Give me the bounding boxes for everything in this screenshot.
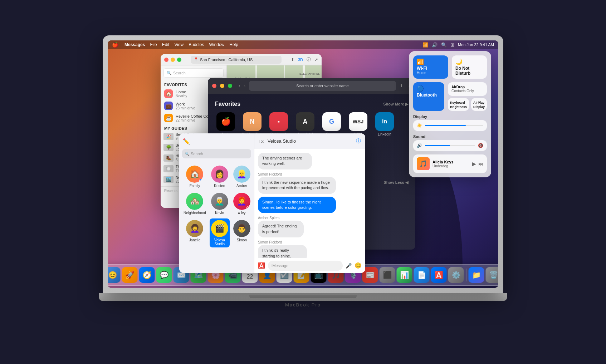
maps-expand-icon[interactable]: ⤢ xyxy=(314,57,318,62)
cc-dnd-tile[interactable]: 🌙 Do Not Disturb xyxy=(452,55,487,79)
messages-contact-kevin[interactable]: 👨‍🦳 Kevin xyxy=(210,191,230,216)
messages-bubble-4: Amber Spiers Agreed! The ending is perfe… xyxy=(258,216,319,237)
cc-wifi-icon: 📶 xyxy=(417,58,445,65)
menubar-window[interactable]: Window xyxy=(209,42,225,47)
safari-share-icon[interactable]: ⬆ xyxy=(400,83,403,88)
safari-show-less[interactable]: Show Less ◀ xyxy=(383,180,408,186)
messages-bubble-5: Simon Pickford I think it's really start… xyxy=(258,240,323,258)
cc-music-skip-icon[interactable]: ⏭ xyxy=(478,161,483,167)
maps-guide-hiking-thumb: 🥾 xyxy=(163,154,174,162)
maps-search-box[interactable]: 🔍 Search xyxy=(163,68,224,78)
dock-pages[interactable]: 📄 xyxy=(414,267,430,283)
messages-imessage-input[interactable]: iMessage xyxy=(268,261,343,271)
maps-guide-theone-thumb: 🍽️ xyxy=(163,165,174,172)
messages-avatar-family: 🏠 xyxy=(186,166,203,183)
safari-fav-apple-icon: 🍎 xyxy=(216,112,235,131)
control-center-panel: 📶 Wi-Fi Home 🌙 Do Not Disturb 🔵 Bluetoo xyxy=(409,51,491,177)
cc-airplay-tile[interactable]: AirPlay Display xyxy=(471,98,487,111)
messages-contact-janelle[interactable]: 👩‍🦱 Janelle xyxy=(182,218,207,247)
messages-contact-family[interactable]: 🏠 Family xyxy=(182,164,207,189)
menubar-search-icon[interactable]: 🔍 xyxy=(441,42,447,48)
safari-fav-linkedin[interactable]: in LinkedIn xyxy=(374,112,395,140)
menubar-buddies[interactable]: Buddies xyxy=(189,42,204,47)
menubar-view[interactable]: View xyxy=(174,42,184,47)
maps-minimize-button[interactable] xyxy=(171,58,175,62)
maps-share-icon[interactable]: ⬆ xyxy=(291,57,294,62)
macbook-hinge xyxy=(249,295,357,298)
safari-forward-icon[interactable]: › xyxy=(244,83,246,89)
dock-launchpad[interactable]: 🚀 xyxy=(122,267,138,283)
messages-compose-icon[interactable]: ✏️ xyxy=(183,138,190,145)
safari-fav-linkedin-icon: in xyxy=(375,112,394,131)
menubar-edit[interactable]: Edit xyxy=(162,42,170,47)
safari-show-more[interactable]: Show More ▶ xyxy=(383,102,408,107)
safari-favorites-header: Favorites Show More ▶ xyxy=(215,101,408,107)
cc-sound-label: Sound xyxy=(413,134,487,139)
maps-info-icon[interactable]: ⓘ xyxy=(307,56,311,63)
cc-airdrop-tile[interactable]: AirDrop Contacts Only xyxy=(448,82,487,96)
cc-wifi-subtitle: Home xyxy=(417,71,445,75)
dock-systemprefs[interactable]: ⚙️ xyxy=(448,267,464,283)
dock-sidecar[interactable]: ⬛ xyxy=(380,267,395,283)
cc-volume-slider[interactable] xyxy=(425,145,475,146)
cc-sound-slider-row: 🔊 🔇 xyxy=(413,140,487,151)
messages-contact-neighborhood[interactable]: 🏘️ Neighborhood xyxy=(182,191,207,216)
safari-fav-nnt-icon: N xyxy=(243,112,262,131)
cc-keyboard-tile[interactable]: Keyboard Brightness xyxy=(448,98,469,111)
messages-bubble-3: Simon, I'd like to finesse the night sce… xyxy=(258,197,362,213)
cc-bluetooth-row: 🔵 Bluetooth AirDrop Contacts Only Keyboa… xyxy=(413,82,487,111)
cc-bluetooth-icon: 🔵 xyxy=(417,85,441,92)
dock-finder[interactable]: 😊 xyxy=(108,267,121,283)
cc-music-song: Underdog xyxy=(432,164,469,168)
messages-sidebar: ✏️ 🔍 Search 🏠 xyxy=(179,133,254,273)
maps-3d-button[interactable]: 3D xyxy=(298,58,303,62)
cc-music-controls: ▶ ⏭ xyxy=(472,161,483,167)
messages-contact-amber[interactable]: 👱‍♀️ Amber xyxy=(232,164,252,189)
messages-info-icon[interactable]: ⓘ xyxy=(356,138,361,144)
messages-emoji-icon[interactable]: 😊 xyxy=(355,262,362,269)
dock-trash[interactable]: 🗑️ xyxy=(486,267,499,283)
cc-brightness-slider[interactable] xyxy=(425,125,483,126)
cc-airplay-label: AirPlay Display xyxy=(473,101,485,109)
messages-contact-velosa[interactable]: 🎬 Velosa Studio xyxy=(210,218,230,247)
messages-contact-ivy[interactable]: 👩‍🦰 ● Ivy xyxy=(232,191,252,216)
maps-coffee-icon: ☕ xyxy=(164,114,173,122)
cc-wifi-label: Wi-Fi xyxy=(417,66,445,71)
dock-appstore[interactable]: 🅰️ xyxy=(431,267,447,283)
dock-messages[interactable]: 💬 xyxy=(156,267,172,283)
messages-window: ✏️ 🔍 Search 🏠 xyxy=(179,133,365,273)
maps-fullscreen-button[interactable] xyxy=(177,58,181,62)
messages-avatar-ivy: 👩‍🦰 xyxy=(233,193,250,210)
menubar-help[interactable]: Help xyxy=(229,42,238,47)
cc-sound-icon: 🔊 xyxy=(417,143,422,148)
menubar-wifi-icon[interactable]: 📶 xyxy=(422,42,428,48)
safari-address-bar[interactable]: Search or enter website name xyxy=(249,81,396,91)
dock-safari[interactable]: 🧭 xyxy=(139,267,155,283)
menubar-sound-icon[interactable]: 🔊 xyxy=(432,42,438,48)
messages-recipient-name: Velosa Studio xyxy=(268,138,296,144)
safari-fullscreen-button[interactable] xyxy=(228,84,232,88)
cc-wifi-tile[interactable]: 📶 Wi-Fi Home xyxy=(413,55,448,79)
messages-audio-icon[interactable]: 🎤 xyxy=(346,263,352,269)
messages-contact-simon[interactable]: 👨 Simon xyxy=(232,218,252,247)
maps-close-button[interactable] xyxy=(164,58,168,62)
menubar-file[interactable]: File xyxy=(150,42,157,47)
safari-close-button[interactable] xyxy=(212,84,216,88)
cc-sound-mute-icon[interactable]: 🔇 xyxy=(478,143,483,148)
safari-back-icon[interactable]: ‹ xyxy=(239,83,240,89)
messages-bubble-2: Simon Pickford I think the new sequence … xyxy=(258,172,362,194)
menubar-control-center-icon[interactable]: ⊞ xyxy=(450,42,454,48)
cc-bluetooth-tile[interactable]: 🔵 Bluetooth xyxy=(413,82,444,111)
dock-stack[interactable]: 📁 xyxy=(469,267,484,283)
messages-contact-kristen[interactable]: 👩 Kristen xyxy=(210,164,230,189)
messages-emoji-button[interactable]: 🅰️ xyxy=(258,262,265,269)
dock-numbers[interactable]: 📊 xyxy=(397,267,412,283)
messages-search-box[interactable]: 🔍 Search xyxy=(182,149,251,158)
safari-minimize-button[interactable] xyxy=(220,84,224,88)
cc-bluetooth-label: Bluetooth xyxy=(417,93,441,98)
menubar-app-name[interactable]: Messages xyxy=(124,42,145,47)
messages-avatar-kevin: 👨‍🦳 xyxy=(211,193,228,210)
cc-music-play-icon[interactable]: ▶ xyxy=(472,161,476,167)
apple-logo-icon[interactable]: 🍎 xyxy=(112,42,118,48)
cc-airdrop-keyboard-row: AirDrop Contacts Only Keyboard Brightnes… xyxy=(448,82,487,111)
